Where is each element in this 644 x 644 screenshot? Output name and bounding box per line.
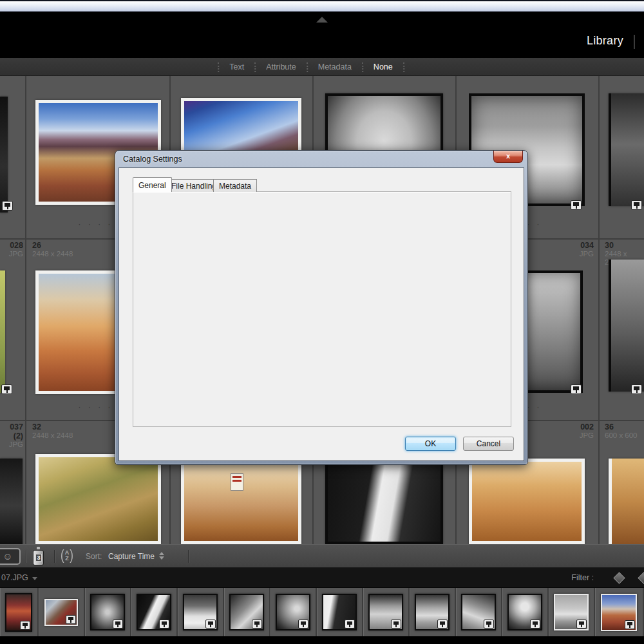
spray-nozzle (37, 547, 40, 549)
filmstrip-cell[interactable] (595, 588, 644, 636)
filmstrip-filter-label: Filter : (571, 573, 594, 582)
filmstrip-thumbnail[interactable] (183, 594, 218, 630)
filmstrip-thumbnail[interactable] (137, 594, 171, 630)
lightroom-window: Library Text Attribute Metadata None (0, 0, 644, 644)
cell-header: 32 2448 x 2448 (32, 422, 73, 440)
filmstrip-cell[interactable] (39, 588, 85, 636)
filter-tab-text[interactable]: Text (219, 62, 254, 71)
filmstrip-cell[interactable] (317, 588, 363, 636)
gps-badge-icon[interactable] (2, 201, 13, 211)
tab-general[interactable]: General (133, 177, 172, 192)
filmstrip-cell[interactable] (502, 588, 549, 636)
toolbar-divider (26, 550, 26, 563)
flag-filter-icon[interactable] (638, 572, 644, 583)
filter-tab-metadata[interactable]: Metadata (308, 62, 362, 71)
gps-badge-icon[interactable] (631, 200, 642, 210)
grid-photo-partial[interactable] (0, 270, 5, 393)
filmstrip-cell[interactable] (0, 588, 39, 636)
filmstrip-thumbnail[interactable] (461, 594, 496, 630)
grid-photo-creek[interactable] (35, 454, 161, 544)
grid-photo-partial[interactable] (609, 260, 644, 392)
cell-header: 034 JPG (535, 241, 594, 258)
gps-badge-icon (484, 620, 494, 629)
sort-order-toggle-icon[interactable] (159, 552, 164, 560)
grid-photo-dog[interactable] (469, 459, 585, 544)
dialog-title: Catalog Settings (123, 155, 182, 164)
toolbar-divider (188, 550, 189, 563)
filmstrip-thumbnail[interactable] (554, 594, 589, 630)
filmstrip-thumbnail[interactable] (507, 594, 542, 630)
filmstrip (0, 588, 644, 636)
gps-badge-icon[interactable] (1, 384, 12, 394)
gps-badge-icon (159, 620, 169, 629)
toolbar-divider (54, 550, 55, 563)
close-icon[interactable]: x (493, 151, 523, 163)
sort-criteria-dropdown[interactable]: Capture Time (108, 552, 155, 561)
grid-photo-bw-door[interactable] (325, 454, 443, 544)
grid-photo-sign[interactable] (181, 459, 301, 544)
filter-separator (403, 62, 404, 72)
no-parking-sign (231, 473, 243, 491)
panel-collapse-arrow-icon[interactable] (316, 17, 328, 23)
flag-filter-icon[interactable] (613, 572, 625, 583)
cell-filetype: JPG (0, 440, 23, 449)
cell-index: 30 (605, 241, 644, 250)
grid-photo-partial[interactable] (0, 97, 8, 213)
filmstrip-cell[interactable] (410, 588, 456, 636)
cancel-button[interactable]: Cancel (463, 437, 514, 451)
gps-badge-icon (113, 620, 123, 629)
cell-index: 36 (605, 422, 638, 431)
cell-index: 037 (2) (0, 422, 23, 440)
filter-tab-none[interactable]: None (363, 62, 403, 71)
filmstrip-source-dropdown[interactable]: 07.JPG (1, 573, 37, 582)
grid-view-icon[interactable]: ☺ (0, 548, 21, 565)
grid-photo-partial[interactable] (0, 459, 23, 544)
filmstrip-thumbnail[interactable] (229, 594, 264, 630)
filmstrip-header: 07.JPG Filter : (0, 567, 644, 588)
module-picker-library[interactable]: Library (587, 34, 623, 48)
filmstrip-thumbnail[interactable] (90, 594, 125, 630)
grid-divider (598, 76, 600, 544)
gps-badge-icon (345, 620, 355, 629)
filmstrip-thumbnail[interactable] (44, 599, 78, 626)
gps-badge-icon (298, 620, 308, 629)
filmstrip-thumbnail[interactable] (276, 594, 310, 630)
gps-badge-icon[interactable] (571, 200, 582, 210)
filmstrip-cell[interactable] (131, 588, 178, 636)
filmstrip-cell[interactable] (363, 588, 410, 636)
filmstrip-thumbnail[interactable] (368, 594, 403, 630)
filter-tab-attribute[interactable]: Attribute (256, 62, 307, 71)
grid-photo-partial[interactable] (609, 93, 644, 206)
cell-header: 028 JPG (0, 241, 23, 258)
cell-index: 002 (535, 422, 594, 431)
grid-photo-partial[interactable] (609, 459, 644, 544)
filmstrip-cell[interactable] (224, 588, 270, 636)
bottom-strip (0, 636, 644, 644)
gps-badge-icon (252, 620, 262, 629)
filmstrip-filename: 07.JPG (1, 573, 28, 582)
filmstrip-cell[interactable] (549, 588, 595, 636)
gps-badge-icon (576, 620, 587, 629)
filmstrip-cell[interactable] (85, 588, 131, 636)
ok-button[interactable]: OK (405, 437, 456, 451)
tab-metadata[interactable]: Metadata (213, 179, 257, 192)
cell-header: 26 2448 x 2448 (32, 241, 73, 258)
gps-badge-icon[interactable] (631, 384, 642, 394)
library-filter-bar: Text Attribute Metadata None (0, 58, 644, 76)
filmstrip-cell[interactable] (270, 588, 317, 636)
cell-header: 002 JPG (535, 422, 594, 440)
filmstrip-cell[interactable] (178, 588, 224, 636)
gps-badge-icon[interactable] (571, 384, 582, 394)
painter-spray-can-icon[interactable]: 3 (32, 547, 46, 566)
sort-direction-icon[interactable]: ( AZ ) (61, 549, 73, 562)
cell-index: 034 (535, 241, 594, 250)
module-header: Library (0, 12, 644, 58)
filmstrip-thumbnail[interactable] (415, 594, 450, 630)
filmstrip-thumbnail[interactable] (601, 594, 637, 631)
filmstrip-thumbnail[interactable] (5, 593, 32, 632)
gps-badge-icon (437, 620, 448, 629)
filmstrip-cell[interactable] (456, 588, 502, 636)
module-divider (634, 35, 635, 49)
filmstrip-thumbnail[interactable] (322, 594, 357, 630)
cell-dimensions: 2448 x 2448 (32, 431, 73, 440)
